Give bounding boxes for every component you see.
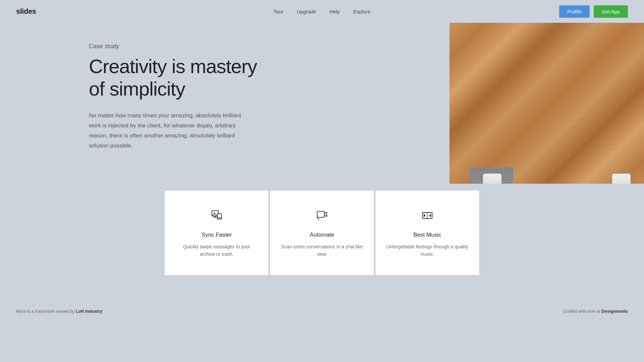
hero-content: Case study Creativity is mastery of simp…	[0, 23, 262, 171]
svg-marker-8	[324, 212, 327, 217]
feature-title-sync: Sync Faster	[175, 232, 258, 238]
nav-item-tour[interactable]: Tour	[274, 9, 283, 14]
hero-section: Case study Creativity is mastery of simp…	[0, 23, 644, 184]
hero-image	[449, 23, 644, 184]
svg-text:★: ★	[213, 212, 216, 215]
feature-desc-sync: Quickly swipe messages to your archive o…	[175, 243, 258, 258]
hero-title: Creativity is mastery of simplicity	[89, 55, 262, 100]
footer-right: Crafted with love at Designmodo	[563, 309, 628, 314]
nav-item-explore[interactable]: Explore	[353, 9, 370, 14]
feature-desc-automate: Scan entire conversations in a chat-like…	[280, 243, 364, 258]
feature-card-music: Best Music Unforgettable feelings throug…	[375, 190, 479, 275]
header-actions: Profile Get App	[559, 5, 628, 18]
footer-left: Mars is a trademark owned by Loft Indust…	[16, 309, 102, 314]
header: slides Tour Upgrade Help Explore Profile…	[0, 0, 644, 23]
feature-card-sync: ★ Sync Faster Quickly swipe messages to …	[165, 190, 269, 275]
sync-icon: ★	[209, 207, 225, 224]
hero-label: Case study	[89, 43, 262, 50]
footer-brand-left: Loft Industry	[76, 309, 102, 314]
features-section: ★ Sync Faster Quickly swipe messages to …	[0, 190, 644, 275]
feature-title-music: Best Music	[386, 232, 469, 238]
main-nav: Tour Upgrade Help Explore	[274, 9, 370, 14]
footer-brand-right: Designmodo	[601, 309, 628, 314]
music-icon	[419, 207, 435, 224]
feature-desc-music: Unforgettable feelings through a quality…	[386, 243, 469, 258]
hero-description: No matter how many times your amazing, a…	[89, 111, 243, 150]
nav-item-help[interactable]: Help	[330, 9, 340, 14]
svg-rect-4	[217, 214, 222, 219]
logo[interactable]: slides	[16, 7, 36, 16]
profile-button[interactable]: Profile	[559, 5, 590, 18]
get-app-button[interactable]: Get App	[594, 5, 628, 18]
speaker-illustration	[449, 23, 644, 184]
video-icon	[314, 207, 330, 224]
feature-card-automate: Automate Scan entire conversations in a …	[270, 190, 374, 275]
nav-item-upgrade[interactable]: Upgrade	[297, 9, 316, 14]
svg-marker-11	[424, 214, 425, 218]
svg-rect-7	[317, 211, 325, 217]
footer: Mars is a trademark owned by Loft Indust…	[0, 295, 644, 324]
feature-title-automate: Automate	[280, 232, 364, 238]
svg-marker-12	[429, 214, 431, 218]
svg-line-9	[317, 217, 319, 220]
